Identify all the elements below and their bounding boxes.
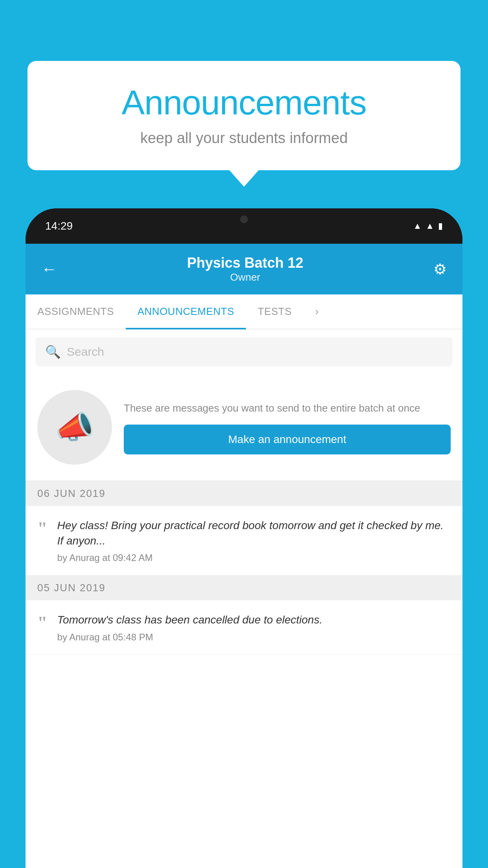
bubble-title: Announcements: [51, 83, 437, 123]
app-screen: ← Physics Batch 12 Owner ⚙ ASSIGNMENTS A…: [26, 244, 462, 868]
announcement-text-2: Tomorrow's class has been cancelled due …: [57, 612, 451, 627]
announcement-item-2[interactable]: " Tomorrow's class has been cancelled du…: [26, 600, 462, 655]
speech-bubble: Announcements keep all your students inf…: [28, 61, 460, 170]
megaphone-circle: 📣: [37, 390, 112, 465]
quote-icon-2: ": [37, 614, 48, 632]
date-label-2: 05 JUN 2019: [37, 582, 106, 594]
tab-announcements[interactable]: ANNOUNCEMENTS: [126, 294, 246, 329]
date-separator-1: 06 JUN 2019: [26, 481, 462, 506]
search-icon: 🔍: [45, 344, 61, 359]
date-separator-2: 05 JUN 2019: [26, 576, 462, 600]
app-bar: ← Physics Batch 12 Owner ⚙: [26, 244, 462, 294]
announcement-meta-2: by Anurag at 05:48 PM: [57, 632, 451, 643]
cta-area: 📣 These are messages you want to send to…: [26, 374, 462, 481]
announcement-content-1: Hey class! Bring your practical record b…: [57, 518, 451, 563]
bubble-subtitle: keep all your students informed: [51, 130, 437, 147]
camera-dot: [240, 215, 248, 223]
app-bar-title: Physics Batch 12: [57, 255, 433, 271]
status-icons: [413, 221, 443, 231]
app-bar-subtitle: Owner: [57, 271, 433, 283]
wifi-icon: [413, 221, 422, 231]
search-placeholder: Search: [67, 345, 104, 359]
signal-icon: [426, 221, 434, 231]
megaphone-icon: 📣: [55, 409, 94, 446]
notch: [216, 208, 272, 230]
date-label-1: 06 JUN 2019: [37, 487, 106, 500]
speech-bubble-container: Announcements keep all your students inf…: [28, 61, 460, 170]
announcement-meta-1: by Anurag at 09:42 AM: [57, 552, 451, 563]
cta-description: These are messages you want to send to t…: [124, 401, 451, 416]
settings-icon[interactable]: ⚙: [433, 261, 447, 278]
cta-content: These are messages you want to send to t…: [124, 401, 451, 454]
tab-more[interactable]: ›: [303, 294, 330, 329]
search-bar[interactable]: 🔍 Search: [35, 337, 453, 366]
announcement-content-2: Tomorrow's class has been cancelled due …: [57, 612, 451, 642]
quote-icon-1: ": [37, 520, 48, 538]
announcement-text-1: Hey class! Bring your practical record b…: [57, 518, 451, 548]
announcement-item-1[interactable]: " Hey class! Bring your practical record…: [26, 506, 462, 576]
status-time: 14:29: [45, 220, 73, 232]
phone-frame: 14:29 ← Physics Batch 12 Owner ⚙ ASSIGNM…: [26, 208, 462, 868]
search-container: 🔍 Search: [26, 329, 462, 374]
app-bar-title-section: Physics Batch 12 Owner: [57, 255, 433, 283]
tab-tests[interactable]: TESTS: [246, 294, 303, 329]
make-announcement-button[interactable]: Make an announcement: [124, 425, 451, 454]
battery-icon: [438, 221, 443, 231]
tabs-bar: ASSIGNMENTS ANNOUNCEMENTS TESTS ›: [26, 294, 462, 329]
tab-assignments[interactable]: ASSIGNMENTS: [26, 294, 126, 329]
back-button[interactable]: ←: [41, 260, 57, 278]
status-bar: 14:29: [26, 208, 462, 244]
